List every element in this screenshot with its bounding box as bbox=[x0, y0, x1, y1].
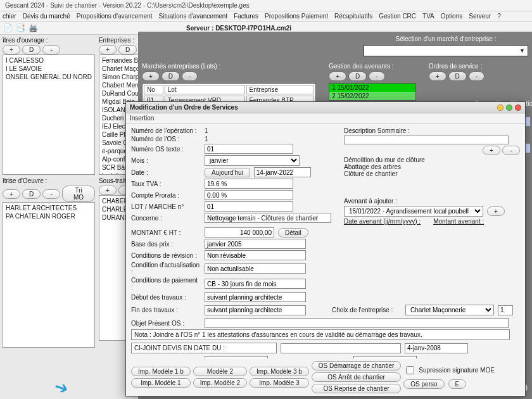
btn-imp-1[interactable]: Imp. Modèle 1 bbox=[131, 378, 191, 388]
note-1: Nota : Joindre à l'OS n° 1 les attestati… bbox=[131, 329, 510, 340]
btn-detail[interactable]: Détail bbox=[278, 228, 308, 238]
btn-mod-2[interactable]: Modèle 2 bbox=[193, 367, 247, 376]
input-concerne[interactable] bbox=[205, 213, 331, 223]
menu-options[interactable]: Options bbox=[441, 13, 462, 20]
maximize-icon[interactable] bbox=[506, 104, 512, 111]
list-item[interactable]: ONSEIL GENERAL DU NORD bbox=[4, 73, 93, 81]
moe-minus[interactable]: - bbox=[42, 189, 60, 199]
btn-imp-3[interactable]: Imp. Modèle 3 bbox=[250, 378, 309, 388]
menu-crc[interactable]: Gestion CRC bbox=[379, 13, 416, 20]
btn-os-dem[interactable]: OS Démarrage de chantier bbox=[312, 361, 402, 370]
btn-aujourdhui[interactable]: Aujourd'hui bbox=[205, 168, 250, 177]
modal-subtitle: Insertion bbox=[126, 113, 525, 124]
btn-e[interactable]: E bbox=[448, 379, 467, 389]
select-avenant[interactable]: 15/01/2022 - Agrandissement local poubel… bbox=[344, 206, 483, 217]
btn-os-rep[interactable]: OS Reprise de chantier bbox=[312, 384, 402, 393]
menu-tva[interactable]: TVA bbox=[422, 13, 434, 20]
desc-plus[interactable]: + bbox=[483, 146, 500, 155]
menu-prop-pay[interactable]: Propositions Paiement bbox=[265, 13, 328, 20]
input-lot-marche[interactable] bbox=[205, 201, 293, 212]
input-paiement[interactable] bbox=[205, 279, 306, 289]
label-num-os-txt: Numéro OS texte : bbox=[131, 146, 201, 153]
menubar: chier Devis du marché Propositions d'ava… bbox=[0, 11, 532, 22]
input-montant[interactable] bbox=[205, 227, 274, 238]
input-fin[interactable] bbox=[205, 305, 306, 315]
menu-fichier[interactable]: chier bbox=[3, 13, 16, 20]
os-minus[interactable]: - bbox=[469, 72, 484, 81]
st-plus[interactable]: + bbox=[99, 186, 117, 195]
cijoint-label: CI-JOINT DEVIS EN DATE DU : bbox=[131, 343, 277, 353]
input-ent-num[interactable] bbox=[498, 305, 513, 315]
menu-prop-av[interactable]: Propositions d'avancement bbox=[77, 13, 153, 20]
ent-plus[interactable]: + bbox=[99, 45, 117, 54]
btn-imp-1b[interactable]: Imp. Modèle 1 b bbox=[131, 367, 191, 376]
moe-list[interactable]: HARLET ARCHITECTESPA CHATELAIN ROGER bbox=[3, 202, 95, 348]
list-item[interactable]: I CARLESSO bbox=[4, 56, 93, 65]
modal-title-text: Modification d'un Ordre de Services bbox=[130, 104, 238, 111]
btn-imp-2[interactable]: Imp. Modèle 2 bbox=[193, 378, 247, 388]
lots-d[interactable]: D bbox=[162, 72, 180, 81]
input-date[interactable] bbox=[254, 167, 311, 177]
btn-os-arr[interactable]: OS Arrêt de chantier bbox=[312, 372, 402, 382]
avenant-plus[interactable]: + bbox=[487, 206, 505, 216]
label-avenant: Avenant à ajouter : bbox=[344, 198, 401, 205]
btn-imp-3b[interactable]: Imp. Modèle 3 b bbox=[250, 367, 309, 376]
close-icon[interactable] bbox=[515, 104, 521, 111]
menu-sit-av[interactable]: Situations d'avancement bbox=[158, 13, 227, 20]
select-mois[interactable]: janvier bbox=[205, 155, 300, 166]
select-entreprise[interactable]: Charlet Maçonnerie bbox=[405, 305, 494, 315]
mo-label: îtres d'ouvrage : bbox=[3, 37, 95, 44]
ordres-label: Ordres de service : bbox=[429, 63, 528, 70]
menu-help[interactable]: ? bbox=[497, 13, 501, 20]
input-debut[interactable] bbox=[205, 292, 306, 302]
menu-factures[interactable]: Factures bbox=[234, 13, 258, 20]
mo-d[interactable]: D bbox=[22, 45, 41, 54]
desc-minus[interactable]: - bbox=[502, 146, 520, 155]
ent-d[interactable]: D bbox=[118, 45, 137, 54]
cijoint-value[interactable] bbox=[281, 343, 401, 353]
label-num-os: Numéro de l'OS : bbox=[131, 136, 201, 142]
minimize-icon[interactable] bbox=[497, 104, 504, 111]
input-objet[interactable] bbox=[205, 318, 509, 328]
avenants-list[interactable]: 1 15/01/2022 2 15/02/2022 bbox=[329, 83, 416, 101]
av-plus[interactable]: + bbox=[329, 72, 346, 81]
label-lot-marche: LOT / MARCHE n° bbox=[131, 203, 201, 210]
menu-serveur[interactable]: Serveur bbox=[469, 13, 491, 20]
input-num-os-txt[interactable] bbox=[205, 144, 293, 154]
label-tva: Taux TVA : bbox=[131, 180, 201, 187]
moe-plus[interactable]: + bbox=[3, 189, 20, 199]
lots-plus[interactable]: + bbox=[142, 72, 160, 81]
chk-supression[interactable]: Supression signature MOE bbox=[403, 364, 495, 376]
list-item[interactable]: PA CHATELAIN ROGER bbox=[4, 212, 93, 220]
list-item[interactable]: I LE SAVOIE bbox=[4, 65, 93, 73]
sel-marche-combo[interactable]: ▼ bbox=[364, 45, 528, 56]
os-plus[interactable]: + bbox=[429, 72, 446, 81]
av-d[interactable]: D bbox=[348, 72, 367, 81]
lots-minus[interactable]: - bbox=[182, 72, 198, 81]
input-tva[interactable] bbox=[205, 179, 293, 189]
mo-plus[interactable]: + bbox=[3, 45, 20, 54]
input-prorata[interactable] bbox=[205, 190, 293, 200]
menu-recap[interactable]: Récapitulatifs bbox=[334, 13, 372, 20]
btn-os-perso[interactable]: OS perso bbox=[403, 379, 444, 389]
textarea-desc[interactable] bbox=[344, 136, 509, 144]
moe-d[interactable]: D bbox=[22, 189, 41, 199]
value-num-os: 1 bbox=[205, 136, 208, 142]
input-base[interactable] bbox=[205, 239, 306, 249]
list-item: 1 15/01/2022 bbox=[329, 84, 415, 92]
list-item: 2 15/02/2022 bbox=[329, 92, 415, 100]
desc-line: Clôture de chantier bbox=[344, 170, 520, 177]
lots-label: Marchés entreprises (Lots) : bbox=[142, 63, 316, 70]
menu-devis[interactable]: Devis du marché bbox=[23, 13, 70, 20]
label-entreprise: Choix de l'entreprise : bbox=[332, 307, 402, 314]
mo-list[interactable]: I CARLESSOI LE SAVOIEONSEIL GENERAL DU N… bbox=[3, 54, 95, 175]
value-num-op: 1 bbox=[205, 127, 208, 134]
mo-minus[interactable]: - bbox=[42, 45, 60, 54]
input-revision[interactable] bbox=[205, 250, 306, 260]
input-actualisation[interactable] bbox=[205, 263, 306, 274]
os-d[interactable]: D bbox=[448, 72, 467, 81]
cijoint-date[interactable] bbox=[405, 343, 468, 353]
moe-trimo[interactable]: Tri MO bbox=[62, 186, 95, 202]
list-item[interactable]: HARLET ARCHITECTES bbox=[4, 204, 93, 212]
av-minus[interactable]: - bbox=[369, 72, 384, 81]
